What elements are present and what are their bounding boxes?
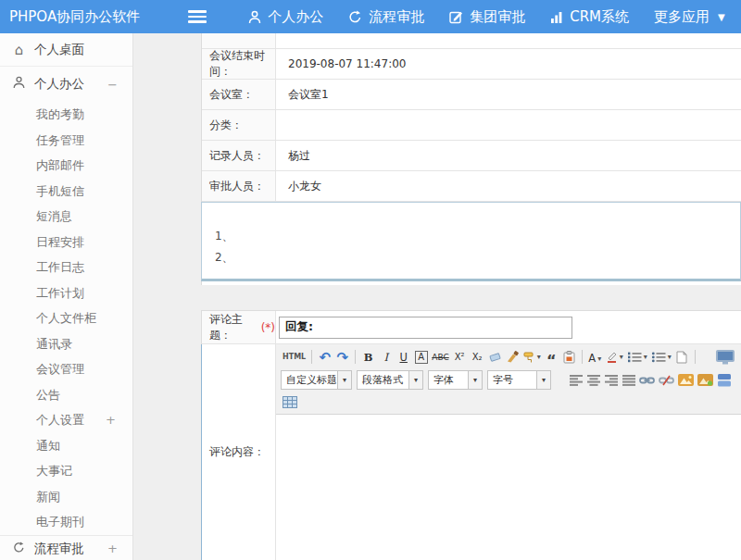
sidebar-item-personal-files[interactable]: 个人文件柜 (0, 305, 132, 331)
cycle-clock-icon (12, 541, 26, 557)
redo-icon[interactable]: ↷ (333, 348, 351, 367)
font-size-dropdown[interactable]: 字号▾ (487, 370, 551, 390)
sidebar-item-personal-office[interactable]: 个人办公 − (0, 67, 132, 102)
font-family-dropdown[interactable]: 字体▾ (428, 370, 483, 390)
sidebar-item-my-attendance[interactable]: 我的考勤 (0, 102, 132, 128)
nav-label: 更多应用 (654, 8, 710, 26)
sidebar-item-contacts[interactable]: 通讯录 (0, 331, 132, 357)
form-label-cell (202, 33, 276, 48)
align-center-icon[interactable] (584, 371, 602, 390)
align-justify-icon[interactable] (620, 371, 637, 390)
heading-dropdown[interactable]: 自定义标题▾ (281, 370, 352, 390)
nav-label: 集团审批 (470, 8, 525, 26)
fullscreen-monitor-icon[interactable] (714, 348, 736, 367)
caret-down-icon: ▾ (468, 371, 482, 389)
comment-subject-label: 评论主题： (209, 312, 258, 343)
sidebar-item-short-message[interactable]: 短消息 (0, 204, 132, 230)
insert-image-icon[interactable] (676, 371, 696, 390)
sidebar-item-label: 内部邮件 (36, 153, 84, 179)
caret-down-icon: ▾ (644, 353, 647, 361)
italic-button[interactable]: I (377, 348, 395, 367)
sidebar-item-meeting-management[interactable]: 会议管理 (0, 356, 132, 382)
sidebar-item-personal-settings[interactable]: 个人设置 + (0, 407, 132, 433)
highlight-pen-icon[interactable]: ▾ (604, 348, 625, 367)
nav-label: 个人办公 (268, 8, 323, 26)
sidebar-item-work-plan[interactable]: 工作计划 (0, 280, 132, 306)
hamburger-menu-icon[interactable] (188, 10, 207, 23)
sidebar-item-sms[interactable]: 手机短信 (0, 179, 132, 205)
sidebar-item-internal-mail[interactable]: 内部邮件 (0, 153, 132, 179)
comment-subject-input[interactable] (279, 317, 572, 339)
nav-more-apps[interactable]: 更多应用 ▼ (654, 8, 725, 26)
sidebar-item-memorabilia[interactable]: 大事记 (0, 458, 132, 484)
source-code-button[interactable]: HTML (281, 348, 308, 367)
blockquote-icon[interactable]: “ (543, 348, 560, 367)
editor-content-area[interactable] (276, 415, 741, 560)
superscript-button[interactable]: X² (451, 348, 469, 367)
sidebar-item-announcement[interactable]: 公告 (0, 382, 132, 408)
nav-group-approval[interactable]: 集团审批 (449, 8, 525, 26)
expand-icon[interactable]: + (107, 541, 118, 555)
strikethrough-button[interactable]: ABC (430, 348, 450, 367)
font-color-button[interactable]: A▾ (586, 348, 604, 367)
toolbar-separator (582, 350, 583, 364)
edit-icon (449, 10, 463, 24)
sidebar-item-workflow-approval[interactable]: 流程审批 + (0, 535, 132, 560)
collapse-icon[interactable]: − (107, 78, 118, 92)
sidebar-item-personal-desktop[interactable]: ⌂ 个人桌面 (0, 33, 132, 67)
insert-media-icon[interactable] (696, 371, 715, 390)
ordered-list-icon[interactable]: ▾ (625, 348, 649, 367)
insert-table-icon[interactable] (281, 392, 299, 411)
editor-toolbar: HTML ↶ ↷ B I U A ABC X² X₂ (276, 344, 741, 415)
dropdown-value: 段落格式 (358, 373, 408, 387)
sidebar-item-work-diary[interactable]: 工作日志 (0, 255, 132, 280)
paste-from-word-icon[interactable] (560, 348, 578, 367)
top-header: PHPOA协同办公软件 个人办公 流程审批 集团审批 CRM系统 更多应用 ▼ (0, 0, 741, 33)
sidebar-item-label: 流程审批 (34, 541, 84, 557)
sidebar-item-schedule[interactable]: 日程安排 (0, 230, 132, 255)
link-icon[interactable] (637, 371, 657, 390)
nav-workflow-approval[interactable]: 流程审批 (348, 8, 424, 26)
nav-personal-office[interactable]: 个人办公 (248, 8, 323, 26)
paragraph-format-dropdown[interactable]: 段落格式▾ (357, 370, 423, 390)
sidebar-item-label: 个人文件柜 (36, 305, 96, 331)
underline-button[interactable]: U (395, 348, 412, 367)
new-document-icon[interactable] (673, 348, 691, 367)
sidebar-item-label: 大事记 (36, 458, 72, 484)
align-left-icon[interactable] (567, 371, 584, 390)
sidebar-item-label: 电子期刊 (36, 509, 84, 535)
form-value-cell (276, 33, 741, 48)
bullet-list-icon[interactable]: ▾ (649, 348, 673, 367)
comment-content-label: 评论内容： (202, 344, 276, 560)
undo-icon[interactable]: ↶ (316, 348, 333, 367)
main-content: 会议结束时间： 2019-08-07 11:47:00 会议室： 会议室1 分类… (134, 33, 741, 560)
nav-crm-system[interactable]: CRM系统 (550, 8, 629, 26)
align-right-icon[interactable] (602, 371, 620, 390)
font-color-letter: A (588, 355, 596, 363)
subscript-button[interactable]: X₂ (469, 348, 486, 367)
sidebar-item-e-journal[interactable]: 电子期刊 (0, 509, 132, 535)
table-row-partial (202, 33, 741, 49)
table-row-approver: 审批人员： 小龙女 (202, 171, 741, 202)
top-nav: 个人办公 流程审批 集团审批 CRM系统 更多应用 ▼ (223, 8, 725, 26)
unlink-icon[interactable] (657, 371, 676, 390)
sidebar-item-news[interactable]: 新闻 (0, 484, 132, 510)
form-value: 杨过 (276, 141, 741, 170)
bold-button[interactable]: B (359, 348, 377, 367)
sidebar-item-notice[interactable]: 通知 (0, 433, 132, 459)
clean-format-brush-icon[interactable] (504, 348, 521, 367)
insert-file-icon[interactable] (715, 371, 733, 390)
sidebar-item-task-management[interactable]: 任务管理 (0, 128, 132, 154)
sidebar-item-label: 个人设置 (36, 407, 84, 433)
meeting-detail-table: 会议结束时间： 2019-08-07 11:47:00 会议室： 会议室1 分类… (201, 33, 741, 285)
font-style-box-icon[interactable]: A (415, 351, 428, 364)
required-mark: (*) (261, 321, 275, 334)
app-title: PHPOA协同办公软件 (9, 8, 140, 26)
paint-format-icon[interactable]: ▾ (521, 348, 543, 367)
table-row-category: 分类： (202, 110, 741, 141)
expand-icon[interactable]: + (106, 407, 116, 433)
caret-down-icon: ▾ (668, 353, 672, 361)
eraser-icon[interactable] (486, 348, 504, 367)
table-row-end-time: 会议结束时间： 2019-08-07 11:47:00 (202, 49, 741, 80)
comment-table: 评论主题： (*) 评论内容： HTML ↶ ↷ (201, 310, 741, 560)
